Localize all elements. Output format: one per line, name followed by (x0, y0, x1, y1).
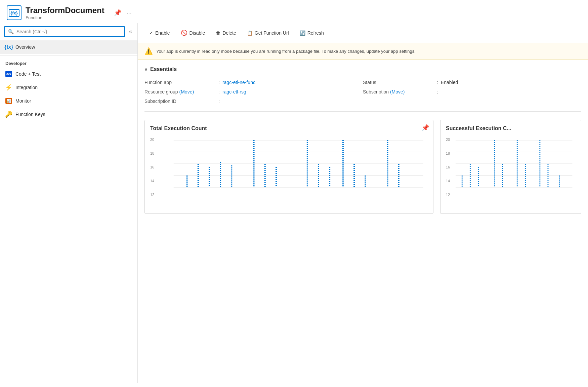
function-app-value[interactable]: ragc-etl-ne-func (222, 80, 255, 85)
warning-banner: ⚠️ Your app is currently in read only mo… (138, 43, 588, 60)
chart-successful-svg (446, 137, 576, 197)
subscription-id-key: Subscription ID (144, 99, 218, 104)
chart-successful-area: 20 18 16 14 12 (446, 137, 576, 197)
search-icon: 🔍 (8, 29, 14, 34)
subscription-key: Subscription (Move) (363, 89, 437, 94)
chart-total-execution: Total Execution Count 📌 20 18 16 14 12 (144, 120, 433, 214)
essentials-header[interactable]: ∧ Essentials (144, 66, 581, 72)
divider (144, 111, 581, 112)
chart-total-y-labels: 20 18 16 14 12 (150, 137, 154, 197)
essentials-row-status: Status : Enabled (363, 78, 581, 87)
essentials-row-subscription-id: Subscription ID : (144, 96, 363, 106)
subscription-move-link[interactable]: (Move) (390, 89, 405, 94)
chart-successful-title: Successful Execution C... (446, 125, 576, 131)
essentials-title: Essentials (150, 66, 177, 72)
sidebar: 🔍 « {fx} Overview Developer </> Code + T… (0, 23, 138, 383)
copy-icon: 📋 (247, 30, 253, 36)
disable-button[interactable]: 🚫 Disable (176, 27, 210, 39)
function-app-icon: {fx} (7, 5, 22, 20)
overview-label: Overview (15, 44, 35, 50)
disable-label: Disable (190, 30, 205, 36)
enable-checkmark-icon: ✓ (149, 30, 153, 36)
collapse-sidebar-button[interactable]: « (128, 27, 133, 36)
chart-total-area: 20 18 16 14 12 (150, 137, 428, 197)
delete-trash-icon: 🗑 (216, 30, 220, 36)
monitor-label: Monitor (15, 98, 31, 104)
page-title: TransformDocument (26, 6, 104, 15)
essentials-row-subscription: Subscription (Move) : (363, 87, 581, 96)
header-actions: 📌 ··· (113, 8, 133, 18)
chart-total-pin-button[interactable]: 📌 (422, 124, 429, 131)
icon-text: {fx} (9, 9, 19, 17)
delete-label: Delete (222, 30, 236, 36)
function-keys-label: Function Keys (15, 112, 45, 117)
chart-successful-execution: Successful Execution C... 20 18 16 14 12 (440, 120, 581, 214)
sidebar-search-row: 🔍 « (0, 26, 137, 40)
developer-section-header: Developer (0, 55, 137, 67)
toolbar: ✓ Enable 🚫 Disable 🗑 Delete 📋 Get Functi… (138, 23, 588, 43)
more-options-button[interactable]: ··· (125, 8, 133, 18)
warning-text: Your app is currently in read only mode … (156, 49, 416, 54)
enable-button[interactable]: ✓ Enable (144, 28, 175, 38)
code-test-label: Code + Test (15, 71, 41, 77)
search-input[interactable] (16, 29, 121, 34)
essentials-grid: Function app : ragc-etl-ne-func Status :… (144, 78, 581, 106)
disable-circle-icon: 🚫 (181, 30, 187, 36)
enable-label: Enable (155, 30, 170, 36)
chart-total-svg (150, 137, 428, 197)
resource-group-value[interactable]: ragc-etl-rsg (222, 89, 246, 94)
get-function-url-label: Get Function Url (255, 30, 289, 36)
refresh-label: Refresh (307, 30, 324, 36)
resource-group-move-link[interactable]: (Move) (179, 89, 194, 94)
monitor-icon: 📊 (5, 98, 12, 104)
sidebar-item-code-test[interactable]: </> Code + Test (0, 67, 137, 81)
resource-group-key: Resource group (Move) (144, 89, 218, 94)
essentials-row-resource-group: Resource group (Move) : ragc-etl-rsg (144, 87, 363, 96)
charts-row: Total Execution Count 📌 20 18 16 14 12 (144, 120, 581, 214)
essentials-chevron-icon: ∧ (144, 67, 148, 72)
page-subtitle: Function (26, 15, 104, 20)
status-value: Enabled (441, 80, 458, 85)
main-content: ✓ Enable 🚫 Disable 🗑 Delete 📋 Get Functi… (138, 23, 588, 383)
refresh-button[interactable]: 🔄 Refresh (295, 28, 329, 38)
content-area: ∧ Essentials Function app : ragc-etl-ne-… (138, 60, 588, 221)
overview-icon: {fx} (5, 44, 12, 50)
delete-button[interactable]: 🗑 Delete (211, 28, 241, 38)
sidebar-item-overview[interactable]: {fx} Overview (0, 40, 137, 54)
essentials-row-function-app: Function app : ragc-etl-ne-func (144, 78, 363, 87)
chart-total-title: Total Execution Count (150, 125, 428, 131)
function-keys-icon: 🔑 (5, 111, 12, 118)
sidebar-item-monitor[interactable]: 📊 Monitor (0, 94, 137, 108)
header-text-block: TransformDocument Function (26, 6, 104, 20)
get-function-url-button[interactable]: 📋 Get Function Url (242, 28, 294, 38)
page-header: {fx} TransformDocument Function 📌 ··· (0, 0, 588, 23)
warning-icon: ⚠️ (144, 47, 153, 55)
status-key: Status (363, 80, 437, 85)
chart-successful-y-labels: 20 18 16 14 12 (446, 137, 450, 197)
function-app-key: Function app (144, 80, 218, 85)
pin-button[interactable]: 📌 (113, 8, 123, 18)
refresh-icon: 🔄 (300, 30, 305, 36)
integration-icon: ⚡ (5, 84, 12, 91)
search-box[interactable]: 🔍 (4, 26, 125, 37)
integration-label: Integration (15, 85, 38, 90)
code-test-icon: </> (5, 71, 12, 77)
sidebar-item-integration[interactable]: ⚡ Integration (0, 81, 137, 94)
main-layout: 🔍 « {fx} Overview Developer </> Code + T… (0, 23, 588, 383)
sidebar-item-function-keys[interactable]: 🔑 Function Keys (0, 108, 137, 121)
